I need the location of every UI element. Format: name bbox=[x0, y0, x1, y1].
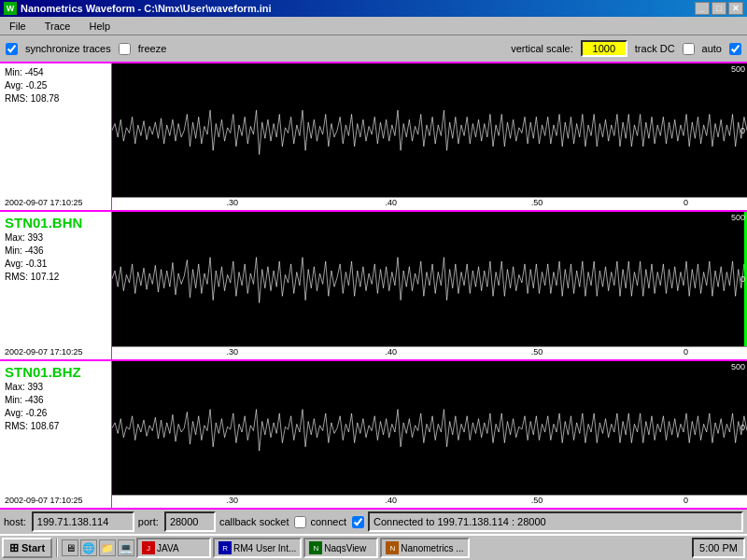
ch2-min: Min: -436 bbox=[5, 245, 106, 258]
menu-file[interactable]: File bbox=[4, 20, 32, 33]
maximize-button[interactable]: □ bbox=[712, 2, 726, 15]
start-button[interactable]: ⊞ Start bbox=[2, 538, 52, 558]
window-title: Nanometrics Waveform - C:\Nmx\User\wavef… bbox=[21, 3, 272, 14]
toolbar: synchronize traces freeze vertical scale… bbox=[0, 35, 747, 63]
ch2-time: 2002-09-07 17:10:25 bbox=[5, 347, 106, 357]
ch3-time: 2002-09-07 17:10:25 bbox=[5, 496, 106, 505]
channel-1-plot-wrapper: 500 0 .30 .40 .50 0 bbox=[112, 63, 747, 210]
ch3-title: STN01.BHZ bbox=[5, 364, 106, 380]
app-icon: W bbox=[4, 2, 17, 15]
channel-row-1: Min: -454 Avg: -0.25 RMS: 108.78 2002-09… bbox=[0, 63, 747, 212]
title-bar: W Nanometrics Waveform - C:\Nmx\User\wav… bbox=[0, 0, 747, 17]
tick-2: .40 bbox=[385, 198, 397, 207]
tray-icon-1: 🖥 bbox=[62, 539, 78, 556]
ch2-max: Max: 393 bbox=[5, 231, 106, 245]
channel-row-3: STN01.BHZ Max: 393 Min: -436 Avg: -0.26 … bbox=[0, 361, 747, 508]
tick-3: .50 bbox=[531, 496, 543, 505]
tick-3: .50 bbox=[531, 198, 543, 207]
minimize-button[interactable]: _ bbox=[695, 2, 710, 15]
naqs-label: NaqsView bbox=[324, 543, 366, 553]
naqs-icon: N bbox=[309, 541, 322, 554]
ch3-avg: Avg: -0.26 bbox=[5, 407, 106, 420]
channel-2-waveform[interactable]: 500 0 bbox=[112, 212, 747, 345]
tick-1: .30 bbox=[226, 496, 238, 505]
ch1-time-ruler: .30 .40 .50 0 bbox=[112, 197, 747, 210]
channel-3-plot-wrapper: 500 0 .30 .40 .50 0 bbox=[112, 361, 747, 508]
ch2-svg bbox=[112, 212, 747, 345]
tray-icons: 🖥 🌐 📁 💻 bbox=[62, 539, 134, 556]
taskbar: ⊞ Start 🖥 🌐 📁 💻 J JAVA R RM4 User Int...… bbox=[0, 534, 747, 560]
menu-trace[interactable]: Trace bbox=[39, 20, 77, 33]
host-label: host: bbox=[4, 516, 26, 527]
menu-bar: File Trace Help bbox=[0, 17, 747, 35]
status-bar: host: 199.71.138.114 port: 28000 callbac… bbox=[0, 508, 747, 534]
ch1-time: 2002-09-07 17:10:25 bbox=[5, 198, 106, 207]
windows-logo-icon: ⊞ bbox=[9, 541, 19, 554]
taskbar-app-java[interactable]: J JAVA bbox=[136, 538, 211, 558]
ch1-max: Min: -454 bbox=[5, 66, 106, 79]
channel-1-info: Min: -454 Avg: -0.25 RMS: 108.78 2002-09… bbox=[0, 63, 112, 210]
channels-container: Min: -454 Avg: -0.25 RMS: 108.78 2002-09… bbox=[0, 63, 747, 508]
freeze-checkbox[interactable] bbox=[119, 43, 131, 55]
callback-socket-label: callback socket bbox=[219, 516, 289, 527]
track-dc-label: track DC bbox=[635, 43, 675, 54]
channel-2-info: STN01.BHN Max: 393 Min: -436 Avg: -0.31 … bbox=[0, 212, 112, 358]
channel-3-waveform[interactable]: 500 0 bbox=[112, 361, 747, 495]
ch3-time-ruler: .30 .40 .50 0 bbox=[112, 495, 747, 508]
connect-checkbox[interactable] bbox=[352, 516, 364, 528]
tray-icon-4: 💻 bbox=[118, 539, 134, 556]
java-label: JAVA bbox=[157, 543, 179, 553]
tray-icon-2: 🌐 bbox=[80, 539, 97, 556]
auto-label: auto bbox=[702, 43, 722, 54]
java-icon: J bbox=[142, 541, 155, 554]
close-button[interactable]: ✕ bbox=[728, 2, 743, 15]
channel-3-info: STN01.BHZ Max: 393 Min: -436 Avg: -0.26 … bbox=[0, 361, 112, 508]
channel-2-plot-wrapper: 500 0 .30 .40 .50 0 bbox=[112, 212, 747, 358]
tick-4: 0 bbox=[684, 198, 688, 207]
taskbar-app-rm4[interactable]: R RM4 User Int... bbox=[213, 538, 302, 558]
ch1-rms: RMS: 108.78 bbox=[5, 92, 106, 105]
ch3-rms: RMS: 108.67 bbox=[5, 420, 106, 433]
ch2-rms: RMS: 107.12 bbox=[5, 271, 106, 284]
connect-label: connect bbox=[310, 516, 346, 527]
ch2-avg: Avg: -0.31 bbox=[5, 258, 106, 271]
tick-2: .40 bbox=[385, 496, 397, 505]
port-value: 28000 bbox=[164, 511, 216, 532]
clock-time: 5:00 PM bbox=[699, 542, 738, 553]
freeze-label: freeze bbox=[138, 43, 167, 54]
synchronize-label: synchronize traces bbox=[25, 43, 111, 54]
vertical-scale-label: vertical scale: bbox=[511, 43, 573, 54]
tick-2: .40 bbox=[385, 347, 397, 357]
port-label: port: bbox=[138, 516, 159, 527]
ch2-time-ruler: .30 .40 .50 0 bbox=[112, 346, 747, 359]
ch2-title: STN01.BHN bbox=[5, 215, 106, 231]
ch1-svg bbox=[112, 63, 747, 197]
synchronize-checkbox[interactable] bbox=[6, 43, 18, 55]
auto-checkbox[interactable] bbox=[729, 43, 741, 55]
ch3-svg bbox=[112, 361, 747, 495]
rm4-label: RM4 User Int... bbox=[233, 543, 296, 553]
taskbar-app-naqs[interactable]: N NaqsView bbox=[303, 538, 378, 558]
taskbar-app-nanometrics[interactable]: N Nanometrics ... bbox=[380, 538, 469, 558]
connected-text: Connected to 199.71.138.114 : 28000 bbox=[368, 511, 743, 532]
ch1-avg: Avg: -0.25 bbox=[5, 79, 106, 92]
tray-icon-3: 📁 bbox=[99, 539, 116, 556]
rm4-icon: R bbox=[218, 541, 232, 554]
track-dc-checkbox[interactable] bbox=[683, 43, 695, 55]
start-label: Start bbox=[21, 542, 45, 553]
host-value: 199.71.138.114 bbox=[32, 511, 134, 532]
window-controls: _ □ ✕ bbox=[695, 2, 743, 15]
menu-help[interactable]: Help bbox=[83, 20, 116, 33]
tick-4: 0 bbox=[684, 496, 688, 505]
tick-4: 0 bbox=[684, 347, 688, 357]
nanometrics-icon: N bbox=[386, 541, 399, 554]
ch3-min: Min: -436 bbox=[5, 394, 106, 407]
tick-1: .30 bbox=[226, 198, 238, 207]
vertical-scale-input[interactable]: 1000 bbox=[581, 40, 627, 57]
ch3-max: Max: 393 bbox=[5, 381, 106, 394]
nanometrics-label: Nanometrics ... bbox=[401, 543, 463, 553]
taskbar-separator bbox=[56, 539, 58, 557]
callback-socket-checkbox[interactable] bbox=[294, 516, 306, 528]
channel-1-waveform[interactable]: 500 0 bbox=[112, 63, 747, 197]
clock: 5:00 PM bbox=[692, 538, 745, 558]
